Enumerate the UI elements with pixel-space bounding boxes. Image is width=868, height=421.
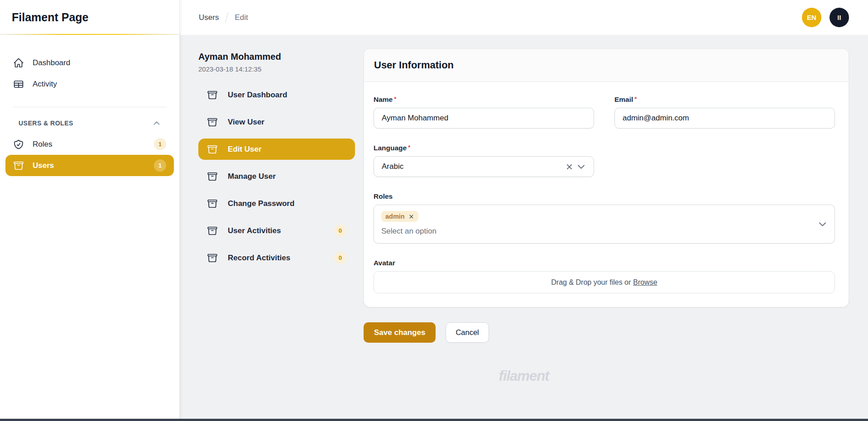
sidebar-item-label: Roles (33, 140, 52, 149)
record-timestamp: 2023-03-18 14:12:35 (198, 65, 355, 73)
avatar-dropzone[interactable]: Drag & Drop your files or Browse (374, 271, 835, 293)
role-tag-admin: admin (381, 211, 418, 222)
record-nav-view-user[interactable]: View User (198, 111, 355, 133)
chevron-down-icon (818, 220, 827, 229)
role-tag-label: admin (385, 213, 405, 220)
brand-title: Filament Page (0, 0, 179, 35)
record-activities-count-badge: 0 (334, 252, 346, 264)
users-count-badge: 1 (154, 159, 166, 172)
sidebar-item-label: Activity (33, 80, 57, 89)
cancel-button[interactable]: Cancel (446, 322, 489, 343)
record-nav-manage-user[interactable]: Manage User (198, 166, 355, 187)
avatar-label: Avatar (374, 259, 835, 267)
record-nav-edit-user[interactable]: Edit User (198, 139, 355, 160)
browse-link[interactable]: Browse (633, 278, 657, 287)
form-actions: Save changes Cancel (364, 322, 849, 343)
record-nav-label: User Activities (228, 226, 281, 235)
roles-multiselect[interactable]: admin Select an option (374, 205, 835, 244)
name-field[interactable] (374, 108, 594, 129)
email-field[interactable] (614, 108, 835, 129)
record-nav-change-password[interactable]: Change Password (198, 193, 355, 214)
required-asterisk: * (634, 96, 637, 102)
record-nav-user-activities[interactable]: User Activities 0 (198, 220, 355, 241)
empty-grid-cell (614, 144, 835, 177)
required-asterisk: * (394, 96, 396, 102)
dropzone-text: Drag & Drop your files or (551, 278, 631, 287)
breadcrumb-separator (225, 12, 229, 23)
roles-label: Roles (374, 192, 835, 201)
roles-count-badge: 1 (154, 138, 166, 150)
language-label: Language* (374, 144, 594, 152)
archive-box-icon (13, 160, 24, 171)
language-selected-value: Arabic (382, 162, 403, 171)
record-nav-label: Change Password (228, 199, 294, 208)
name-label: Name* (374, 96, 594, 104)
record-nav-label: Manage User (228, 172, 276, 181)
user-information-card: User Information Name* Email* (364, 48, 849, 307)
main-area: Users Edit EN II Ayman Mohammed 2023-03-… (180, 0, 868, 421)
name-field-group: Name* (374, 96, 594, 129)
language-switcher-button[interactable]: EN (802, 8, 821, 27)
sidebar-item-users[interactable]: Users 1 (5, 155, 174, 176)
x-mark-icon (565, 163, 574, 171)
sidebar-group-label: USERS & ROLES (19, 120, 73, 127)
language-field-group: Language* Arabic (374, 144, 594, 177)
archive-box-icon (207, 253, 218, 263)
required-asterisk: * (408, 144, 410, 151)
roles-field-group: Roles admin Select an option (374, 192, 835, 244)
record-nav-label: Edit User (228, 145, 262, 154)
sidebar: Filament Page Dashboard Activity USERS &… (0, 0, 180, 421)
form-column: User Information Name* Email* (364, 48, 849, 343)
x-mark-icon (408, 214, 414, 220)
archive-box-icon (207, 198, 218, 209)
roles-placeholder: Select an option (381, 227, 815, 236)
record-title: Ayman Mohammed (198, 52, 355, 62)
roles-dropdown-toggle[interactable] (816, 218, 828, 230)
email-field-group: Email* (614, 96, 835, 129)
archive-box-icon (207, 171, 218, 182)
horizontal-scrollbar[interactable] (0, 419, 868, 421)
record-nav: User Dashboard View User Edit User (198, 84, 355, 268)
remove-role-button[interactable] (408, 214, 414, 220)
sidebar-item-activity[interactable]: Activity (5, 73, 174, 95)
archive-box-icon (207, 117, 218, 128)
sidebar-item-label: Dashboard (33, 58, 70, 67)
record-nav-user-dashboard[interactable]: User Dashboard (198, 84, 355, 105)
record-nav-record-activities[interactable]: Record Activities 0 (198, 247, 355, 268)
sidebar-divider (13, 107, 167, 107)
sidebar-item-dashboard[interactable]: Dashboard (5, 52, 174, 73)
archive-box-icon (207, 144, 218, 155)
section-title: User Information (374, 59, 839, 71)
record-nav-label: Record Activities (228, 254, 290, 263)
language-select[interactable]: Arabic (374, 156, 594, 177)
email-label: Email* (614, 96, 835, 104)
language-clear-button[interactable] (563, 161, 575, 172)
user-activities-count-badge: 0 (334, 225, 346, 237)
sidebar-item-roles[interactable]: Roles 1 (5, 134, 174, 155)
archive-box-icon (207, 225, 218, 236)
save-changes-button[interactable]: Save changes (364, 322, 436, 343)
avatar-field-group: Avatar Drag & Drop your files or Browse (374, 259, 835, 293)
app-window: Filament Page Dashboard Activity USERS &… (0, 0, 868, 421)
sidebar-item-label: Users (33, 161, 54, 170)
home-icon (13, 57, 24, 68)
breadcrumb-users-link[interactable]: Users (199, 13, 219, 22)
record-nav-label: User Dashboard (228, 91, 287, 100)
breadcrumb-current: Edit (235, 13, 248, 22)
archive-box-icon (207, 90, 218, 100)
shield-check-icon (13, 139, 24, 150)
sidebar-group-users-roles[interactable]: USERS & ROLES (19, 119, 161, 127)
table-icon (13, 79, 24, 90)
chevron-down-icon (576, 162, 586, 172)
card-header: User Information (364, 49, 849, 82)
topbar-right: EN II (802, 8, 849, 27)
sidebar-nav: Dashboard Activity USERS & ROLES Roles 1… (0, 35, 179, 176)
page-content: Ayman Mohammed 2023-03-18 14:12:35 User … (180, 35, 868, 421)
record-nav-label: View User (228, 118, 264, 127)
chevron-up-icon[interactable] (153, 119, 161, 127)
language-dropdown-toggle[interactable] (575, 161, 587, 172)
user-avatar[interactable]: II (830, 8, 849, 27)
topbar: Users Edit EN II (180, 0, 868, 35)
filament-watermark: filament (180, 368, 868, 384)
breadcrumb: Users Edit (199, 12, 248, 23)
